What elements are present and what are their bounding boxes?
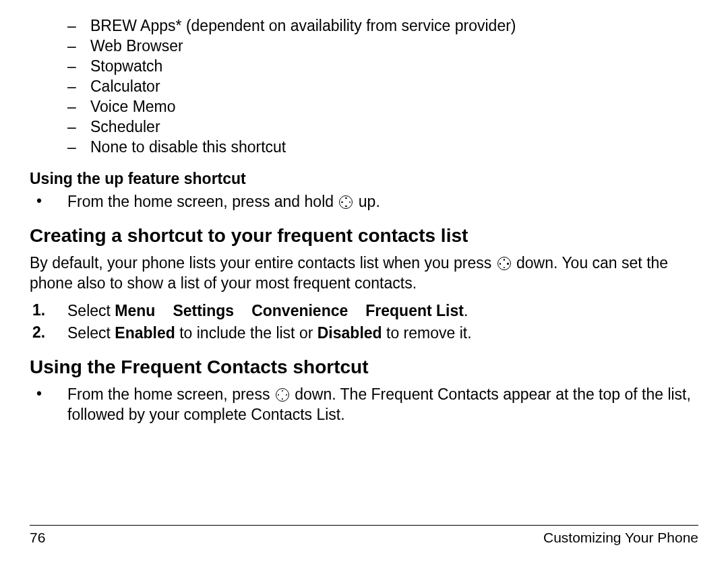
text-fragment: to remove it. bbox=[382, 324, 472, 342]
text-fragment: From the home screen, press and hold bbox=[67, 193, 338, 210]
text-fragment: to include the list or bbox=[175, 324, 317, 342]
list-item-text: Web Browser bbox=[90, 37, 698, 55]
dash-marker: – bbox=[67, 138, 90, 156]
dash-marker: – bbox=[67, 98, 90, 116]
list-item-text: From the home screen, press down. The Fr… bbox=[67, 385, 698, 425]
list-item-text: Select Enabled to include the list or Di… bbox=[67, 323, 698, 343]
list-item: 2. Select Enabled to include the list or… bbox=[30, 323, 698, 343]
list-item: –Web Browser bbox=[67, 37, 698, 55]
list-item: –Voice Memo bbox=[67, 98, 698, 116]
menu-path-item: Convenience bbox=[251, 302, 348, 319]
bullet-list: • From the home screen, press and hold u… bbox=[30, 192, 698, 212]
dash-marker: – bbox=[67, 37, 90, 55]
menu-path-item: Menu bbox=[115, 302, 155, 319]
list-item: –Scheduler bbox=[67, 118, 698, 136]
list-item-text: Calculator bbox=[90, 77, 698, 96]
list-item-text: Stopwatch bbox=[90, 57, 698, 75]
page-footer: 76 Customizing Your Phone bbox=[30, 518, 698, 562]
step-number: 2. bbox=[30, 323, 67, 342]
numbered-list: 1. Select MenuSettingsConvenienceFrequen… bbox=[30, 301, 698, 343]
menu-path-item: Settings bbox=[173, 302, 234, 319]
heading-using-frequent: Using the Frequent Contacts shortcut bbox=[30, 356, 698, 378]
bold-text: Disabled bbox=[317, 324, 382, 342]
heading-create-shortcut: Creating a shortcut to your frequent con… bbox=[30, 225, 698, 247]
dash-marker: – bbox=[67, 77, 90, 96]
text-fragment: From the home screen, press bbox=[67, 385, 274, 403]
manual-page: –BREW Apps* (dependent on availability f… bbox=[0, 0, 728, 562]
page-content: –BREW Apps* (dependent on availability f… bbox=[30, 15, 698, 518]
list-item: –Calculator bbox=[67, 77, 698, 96]
navkey-icon bbox=[276, 388, 289, 402]
dash-marker: – bbox=[67, 57, 90, 75]
footer-row: 76 Customizing Your Phone bbox=[30, 526, 698, 562]
bullet-list: • From the home screen, press down. The … bbox=[30, 385, 698, 425]
section-title: Customizing Your Phone bbox=[543, 530, 698, 546]
list-item: –None to disable this shortcut bbox=[67, 138, 698, 156]
list-item-text: Scheduler bbox=[90, 118, 698, 136]
text-fragment: up. bbox=[359, 193, 380, 210]
list-item-text: Voice Memo bbox=[90, 98, 698, 116]
list-item-text: None to disable this shortcut bbox=[90, 138, 698, 156]
list-item: –Stopwatch bbox=[67, 57, 698, 75]
list-item: 1. Select MenuSettingsConvenienceFrequen… bbox=[30, 301, 698, 321]
subheading-up-shortcut: Using the up feature shortcut bbox=[30, 170, 698, 188]
text-fragment: . bbox=[464, 302, 468, 319]
dash-marker: – bbox=[67, 17, 90, 35]
text-fragment: Select bbox=[67, 324, 115, 342]
list-item: • From the home screen, press down. The … bbox=[30, 385, 698, 425]
step-number: 1. bbox=[30, 301, 67, 319]
list-item: –BREW Apps* (dependent on availability f… bbox=[67, 17, 698, 35]
list-item-text: BREW Apps* (dependent on availability fr… bbox=[90, 17, 698, 35]
navkey-icon bbox=[339, 195, 353, 209]
bullet-marker: • bbox=[30, 192, 67, 210]
list-item-text: From the home screen, press and hold up. bbox=[67, 192, 698, 212]
list-item: • From the home screen, press and hold u… bbox=[30, 192, 698, 212]
bold-text: Enabled bbox=[115, 324, 175, 342]
dash-list: –BREW Apps* (dependent on availability f… bbox=[67, 17, 698, 156]
dash-marker: – bbox=[67, 118, 90, 136]
text-fragment: Select bbox=[67, 302, 115, 319]
list-item-text: Select MenuSettingsConvenienceFrequent L… bbox=[67, 301, 698, 321]
bullet-marker: • bbox=[30, 385, 67, 403]
paragraph: By default, your phone lists your entire… bbox=[30, 253, 698, 293]
menu-path-item: Frequent List bbox=[365, 302, 464, 319]
navkey-icon bbox=[497, 257, 511, 270]
text-fragment: By default, your phone lists your entire… bbox=[30, 254, 496, 272]
page-number: 76 bbox=[30, 530, 45, 546]
